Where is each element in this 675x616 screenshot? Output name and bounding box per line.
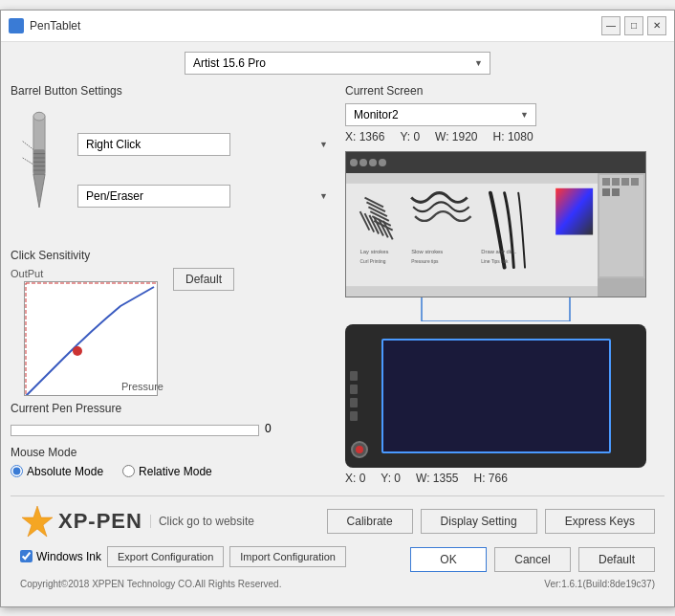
absolute-mode-radio[interactable] xyxy=(11,465,23,477)
tablet-h: H: 766 xyxy=(474,472,508,485)
cancel-button[interactable]: Cancel xyxy=(494,547,571,572)
output-label: OutPut xyxy=(11,268,43,279)
sensitivity-label: Click Sensitivity xyxy=(11,249,336,262)
svg-text:Curl Printing: Curl Printing xyxy=(360,258,386,263)
barrel-label: Barrel Button Settings xyxy=(11,84,336,98)
windows-ink-label[interactable]: Windows Ink xyxy=(20,550,101,563)
tablet-dial-indicator xyxy=(356,446,363,453)
express-keys-button[interactable]: Express Keys xyxy=(545,509,655,534)
barrel-content: Right Click Left Click Middle Click Disa… xyxy=(11,103,336,237)
pen-svg xyxy=(15,108,63,232)
tablet-y: Y: 0 xyxy=(381,472,401,485)
logo-area: XP-PEN Click go to website xyxy=(20,504,254,539)
tablet-coords: X: 0 Y: 0 W: 1355 H: 766 xyxy=(345,472,664,485)
device-select[interactable]: Artist 15.6 Pro xyxy=(185,52,490,75)
app-icon xyxy=(9,18,24,33)
logo-row: XP-PEN Click go to website Calibrate Dis… xyxy=(20,504,655,539)
screen-sidebar-right xyxy=(598,173,645,297)
graph-area: OutPut xyxy=(11,268,163,392)
windows-ink-checkbox[interactable] xyxy=(20,550,33,562)
svg-rect-38 xyxy=(621,178,629,186)
maximize-button[interactable]: □ xyxy=(624,16,643,35)
pressure-section: Current Pen Pressure 0 xyxy=(11,402,336,436)
svg-rect-40 xyxy=(602,188,610,196)
svg-rect-37 xyxy=(612,178,620,186)
current-screen-label: Current Screen xyxy=(345,84,664,98)
tablet-active-area xyxy=(381,339,611,453)
screen-h: H: 1080 xyxy=(493,130,533,143)
svg-rect-27 xyxy=(555,187,593,234)
main-content: Artist 15.6 Pro Barrel Button Settings xyxy=(1,42,674,606)
toolbar-dot-4 xyxy=(379,159,386,166)
copyright-text: Copyright©2018 XPPEN Technology CO.All R… xyxy=(20,579,281,589)
tools-sidebar xyxy=(598,173,645,278)
pressure-value: 0 xyxy=(265,422,272,435)
svg-rect-11 xyxy=(25,282,158,396)
svg-line-9 xyxy=(23,158,33,165)
xppen-logo-star xyxy=(20,504,54,539)
relative-mode-text: Relative Mode xyxy=(139,465,212,478)
tablet-side-buttons xyxy=(350,371,358,421)
connection-lines xyxy=(345,297,646,321)
screen-canvas-area: Lay strokes Slow strokes Draw any dir...… xyxy=(346,173,645,297)
copyright-row: Copyright©2018 XPPEN Technology CO.All R… xyxy=(20,579,655,589)
barrel-btn1-wrapper: Right Click Left Click Middle Click Disa… xyxy=(77,133,336,156)
tablet-illustration xyxy=(345,324,646,468)
barrel-btn2-wrapper: Pen/Eraser Scroll Disable xyxy=(77,185,336,208)
windows-ink-text: Windows Ink xyxy=(36,550,101,563)
screen-toolbar xyxy=(346,152,645,173)
tablet-side-btn-4 xyxy=(350,411,358,421)
pen-illustration xyxy=(11,103,68,237)
pressure-axis-label: Pressure xyxy=(121,381,163,392)
screen-select[interactable]: Monitor2 Monitor1 All Screens xyxy=(345,103,536,126)
export-config-button[interactable]: Export Configuration xyxy=(107,546,224,567)
radio-group: Absolute Mode Relative Mode xyxy=(11,465,336,478)
tablet-dial xyxy=(351,441,368,458)
barrel-section: Barrel Button Settings xyxy=(11,84,336,237)
import-config-button[interactable]: Import Configuration xyxy=(229,546,346,567)
barrel-btn1-select[interactable]: Right Click Left Click Middle Click Disa… xyxy=(77,133,230,156)
drawing-preview: Lay strokes Slow strokes Draw any dir...… xyxy=(346,173,598,297)
title-bar: PenTablet — □ ✕ xyxy=(1,11,674,42)
tablet-side-btn-1 xyxy=(350,371,358,381)
svg-text:Lay strokes: Lay strokes xyxy=(360,248,389,253)
toolbar-dot-2 xyxy=(359,159,367,166)
tablet-side-btn-2 xyxy=(350,385,358,394)
main-window: PenTablet — □ ✕ Artist 15.6 Pro Barrel B… xyxy=(0,10,675,607)
relative-mode-radio[interactable] xyxy=(122,465,135,477)
barrel-dropdowns: Right Click Left Click Middle Click Disa… xyxy=(77,133,336,208)
right-panel: Current Screen Monitor2 Monitor1 All Scr… xyxy=(345,84,664,488)
svg-point-12 xyxy=(73,346,82,356)
svg-text:Pressure tips: Pressure tips xyxy=(411,258,439,263)
title-bar-left: PenTablet xyxy=(9,18,80,33)
mouse-mode-section: Mouse Mode Absolute Mode Relative Mode xyxy=(11,446,336,478)
display-setting-button[interactable]: Display Setting xyxy=(421,509,537,534)
sensitivity-section: Click Sensitivity OutPut xyxy=(11,249,336,392)
device-select-wrapper: Artist 15.6 Pro xyxy=(185,52,490,75)
minimize-button[interactable]: — xyxy=(601,16,621,35)
svg-point-10 xyxy=(33,112,45,121)
title-controls: — □ ✕ xyxy=(601,16,666,35)
tablet-x: X: 0 xyxy=(345,472,365,485)
svg-text:Draw any dir...: Draw any dir... xyxy=(481,248,517,253)
bottom-bar: XP-PEN Click go to website Calibrate Dis… xyxy=(11,495,664,597)
sensitivity-default-button[interactable]: Default xyxy=(173,268,234,291)
relative-mode-label[interactable]: Relative Mode xyxy=(122,465,212,478)
barrel-btn2-select[interactable]: Pen/Eraser Scroll Disable xyxy=(77,185,230,208)
screen-coords: X: 1366 Y: 0 W: 1920 H: 1080 xyxy=(345,130,664,143)
calibrate-button[interactable]: Calibrate xyxy=(327,509,413,534)
toolbar-dot-1 xyxy=(350,159,358,166)
svg-rect-39 xyxy=(631,178,639,186)
pressure-bar xyxy=(11,425,259,436)
default-button[interactable]: Default xyxy=(578,547,655,572)
left-panel: Barrel Button Settings xyxy=(11,84,336,488)
mouse-mode-label: Mouse Mode xyxy=(11,446,336,459)
screen-y: Y: 0 xyxy=(400,130,420,143)
graph-canvas[interactable] xyxy=(24,281,158,396)
xp-logo: XP-PEN xyxy=(20,504,142,539)
close-button[interactable]: ✕ xyxy=(647,16,666,35)
ok-button[interactable]: OK xyxy=(410,547,487,572)
click-website-link[interactable]: Click go to website xyxy=(150,515,254,528)
current-screen-section: Current Screen Monitor2 Monitor1 All Scr… xyxy=(345,84,664,143)
absolute-mode-label[interactable]: Absolute Mode xyxy=(11,465,103,478)
